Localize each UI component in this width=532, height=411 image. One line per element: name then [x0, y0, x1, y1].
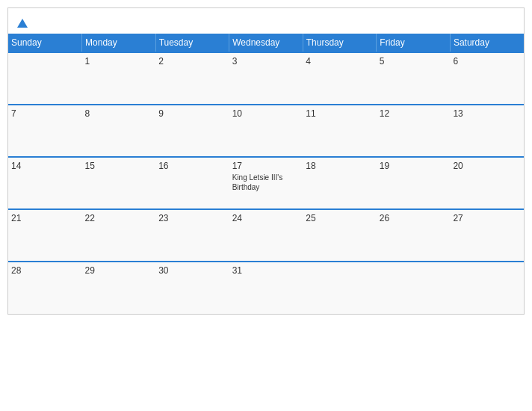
- dow-header-thursday: Thursday: [303, 34, 377, 52]
- calendar-cell: [377, 262, 451, 314]
- day-number: 27: [453, 213, 521, 223]
- day-number: 12: [380, 108, 448, 119]
- event-label: King Letsie III's Birthday: [232, 173, 300, 192]
- day-number: 4: [306, 56, 374, 67]
- week-row: 123456: [8, 52, 524, 105]
- calendar-cell: 30: [155, 262, 229, 314]
- calendar-cell: 7: [8, 105, 82, 157]
- day-number: 17: [232, 161, 300, 171]
- day-number: 25: [306, 213, 374, 223]
- calendar-cell: 3: [229, 52, 303, 105]
- calendar-cell: 28: [8, 262, 82, 314]
- day-number: 28: [11, 265, 79, 276]
- dow-header-sunday: Sunday: [8, 34, 82, 52]
- calendar-cell: 6: [450, 52, 524, 105]
- dow-header-monday: Monday: [82, 34, 156, 52]
- calendar-cell: 23: [155, 209, 229, 262]
- calendar-body: 1234567891011121314151617King Letsie III…: [8, 52, 524, 314]
- day-number: 8: [85, 108, 153, 119]
- calendar-cell: 19: [377, 157, 451, 209]
- calendar-cell: 15: [82, 157, 156, 209]
- logo-general-text: [16, 16, 28, 29]
- calendar-cell: [8, 52, 82, 105]
- dow-header-saturday: Saturday: [450, 34, 524, 52]
- week-row: 78910111213: [8, 105, 524, 157]
- calendar-cell: 12: [377, 105, 451, 157]
- calendar-cell: 16: [155, 157, 229, 209]
- calendar-cell: 8: [82, 105, 156, 157]
- week-row: 28293031: [8, 262, 524, 314]
- day-number: 21: [11, 213, 79, 223]
- day-number: 18: [306, 161, 374, 171]
- day-number: 30: [158, 265, 226, 276]
- calendar-cell: 18: [303, 157, 377, 209]
- calendar: SundayMondayTuesdayWednesdayThursdayFrid…: [7, 7, 525, 315]
- day-number: 14: [11, 161, 79, 171]
- calendar-cell: 13: [450, 105, 524, 157]
- calendar-cell: 26: [377, 209, 451, 262]
- day-number: 13: [453, 108, 521, 119]
- day-number: 16: [158, 161, 226, 171]
- logo-triangle-icon: [17, 19, 28, 28]
- calendar-cell: 24: [229, 209, 303, 262]
- day-number: 2: [158, 56, 226, 67]
- calendar-cell: 22: [82, 209, 156, 262]
- calendar-cell: 4: [303, 52, 377, 105]
- calendar-header-row: SundayMondayTuesdayWednesdayThursdayFrid…: [8, 34, 524, 52]
- day-number: 9: [158, 108, 226, 119]
- day-number: 10: [232, 108, 300, 119]
- calendar-cell: 14: [8, 157, 82, 209]
- calendar-cell: 11: [303, 105, 377, 157]
- calendar-cell: [303, 262, 377, 314]
- day-number: 24: [232, 213, 300, 223]
- day-number: 31: [232, 265, 300, 276]
- calendar-cell: 10: [229, 105, 303, 157]
- calendar-cell: [450, 262, 524, 314]
- day-number: 22: [85, 213, 153, 223]
- day-number: 15: [85, 161, 153, 171]
- day-number: 19: [380, 161, 448, 171]
- day-number: 11: [306, 108, 374, 119]
- day-number: 7: [11, 108, 79, 119]
- calendar-cell: 25: [303, 209, 377, 262]
- calendar-table: SundayMondayTuesdayWednesdayThursdayFrid…: [8, 34, 524, 314]
- day-number: 29: [85, 265, 153, 276]
- dow-header-wednesday: Wednesday: [229, 34, 303, 52]
- day-number: 5: [380, 56, 448, 67]
- calendar-cell: 21: [8, 209, 82, 262]
- day-number: 3: [232, 56, 300, 67]
- calendar-cell: 20: [450, 157, 524, 209]
- calendar-cell: 5: [377, 52, 451, 105]
- day-number: 20: [453, 161, 521, 171]
- calendar-cell: 9: [155, 105, 229, 157]
- calendar-cell: 29: [82, 262, 156, 314]
- calendar-cell: 17King Letsie III's Birthday: [229, 157, 303, 209]
- calendar-cell: 31: [229, 262, 303, 314]
- week-row: 14151617King Letsie III's Birthday181920: [8, 157, 524, 209]
- calendar-header: [8, 8, 524, 34]
- calendar-cell: 1: [82, 52, 156, 105]
- day-number: 1: [85, 56, 153, 67]
- logo: [16, 16, 28, 29]
- day-number: 26: [380, 213, 448, 223]
- dow-header-friday: Friday: [377, 34, 451, 52]
- day-number: 6: [453, 56, 521, 67]
- dow-header-tuesday: Tuesday: [155, 34, 229, 52]
- week-row: 21222324252627: [8, 209, 524, 262]
- calendar-cell: 2: [155, 52, 229, 105]
- calendar-cell: 27: [450, 209, 524, 262]
- day-number: 23: [158, 213, 226, 223]
